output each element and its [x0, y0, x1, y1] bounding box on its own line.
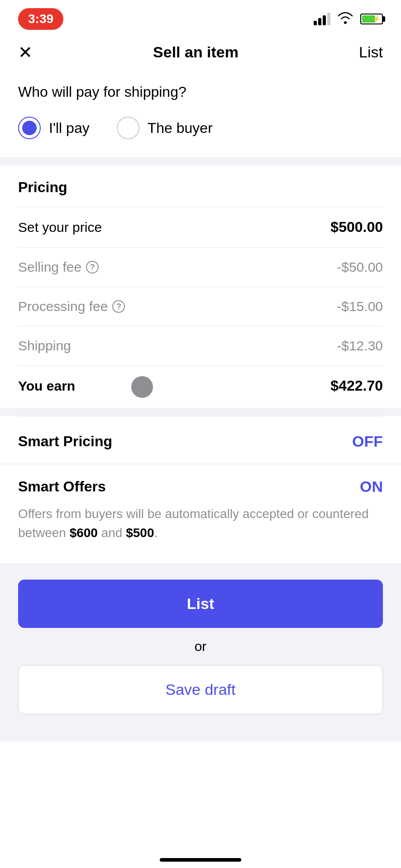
- section-divider-1: [0, 157, 401, 165]
- ill-pay-label: I'll pay: [49, 120, 90, 137]
- radio-selected-dot: [22, 121, 37, 135]
- buyer-pays-label: The buyer: [148, 120, 213, 137]
- home-indicator: [160, 858, 241, 862]
- bottom-actions: List or Save draft: [0, 563, 401, 741]
- you-earn-row: You earn $422.70: [18, 365, 383, 408]
- smart-offers-description: Offers from buyers will be automatically…: [18, 505, 383, 542]
- list-button[interactable]: List: [18, 580, 383, 628]
- list-nav-button[interactable]: List: [359, 43, 383, 61]
- shipping-question: Who will pay for shipping?: [18, 84, 383, 100]
- shipping-label: Shipping: [18, 338, 71, 354]
- signal-icon: [314, 13, 330, 25]
- smart-pricing-label: Smart Pricing: [18, 433, 112, 450]
- shipping-row: Shipping -$12.30: [18, 326, 383, 365]
- status-icons: ⚡: [314, 11, 383, 27]
- smart-pricing-section: Smart Pricing OFF: [0, 416, 401, 464]
- ill-pay-radio[interactable]: [18, 117, 41, 139]
- smart-offers-section: Smart Offers ON Offers from buyers will …: [0, 464, 401, 559]
- selling-fee-label: Selling fee ?: [18, 259, 99, 275]
- smart-offers-header: Smart Offers ON: [18, 464, 383, 505]
- buyer-pays-radio[interactable]: [117, 117, 139, 139]
- set-price-label: Set your price: [18, 220, 102, 235]
- smart-offers-label: Smart Offers: [18, 478, 106, 495]
- status-bar: 3:39 ⚡: [0, 0, 401, 34]
- price-slider-handle[interactable]: [131, 376, 153, 398]
- shipping-section: Who will pay for shipping? I'll pay The …: [0, 70, 401, 157]
- page-title: Sell an item: [153, 43, 239, 61]
- buyer-pays-option[interactable]: The buyer: [117, 117, 213, 139]
- processing-fee-row: Processing fee ? -$15.00: [18, 287, 383, 326]
- save-draft-button[interactable]: Save draft: [18, 665, 383, 714]
- ill-pay-option[interactable]: I'll pay: [18, 117, 90, 139]
- you-earn-value: $422.70: [330, 377, 383, 394]
- smart-offers-low-value: $500: [126, 526, 154, 540]
- nav-bar: ✕ Sell an item List: [0, 34, 401, 70]
- pricing-header: Pricing: [18, 165, 383, 207]
- processing-fee-label: Processing fee ?: [18, 299, 125, 314]
- battery-icon: ⚡: [360, 14, 383, 24]
- wifi-icon: [337, 11, 354, 27]
- pricing-section: Pricing Set your price $500.00 Selling f…: [0, 165, 401, 408]
- close-button[interactable]: ✕: [18, 44, 33, 61]
- smart-pricing-row[interactable]: Smart Pricing OFF: [18, 416, 383, 464]
- smart-offers-status[interactable]: ON: [360, 478, 383, 495]
- processing-fee-value: -$15.00: [337, 299, 383, 314]
- time-display: 3:39: [18, 8, 63, 30]
- section-divider-2: [0, 408, 401, 416]
- shipping-options: I'll pay The buyer: [18, 117, 383, 139]
- selling-fee-value: -$50.00: [337, 259, 383, 275]
- smart-pricing-status[interactable]: OFF: [352, 433, 383, 450]
- selling-fee-row: Selling fee ? -$50.00: [18, 247, 383, 287]
- processing-fee-help-icon[interactable]: ?: [112, 300, 125, 313]
- smart-offers-high-value: $600: [70, 526, 98, 540]
- or-divider: or: [18, 639, 383, 654]
- you-earn-label: You earn: [18, 378, 75, 394]
- selling-fee-help-icon[interactable]: ?: [86, 261, 99, 274]
- set-price-row[interactable]: Set your price $500.00: [18, 207, 383, 247]
- shipping-value: -$12.30: [337, 338, 383, 354]
- set-price-value: $500.00: [330, 219, 383, 236]
